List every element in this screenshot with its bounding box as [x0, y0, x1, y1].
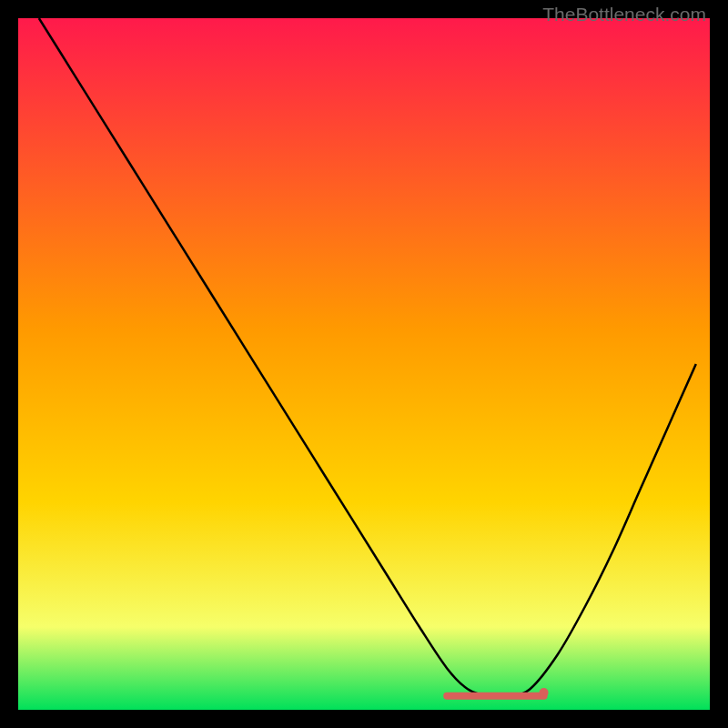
- watermark-text: TheBottleneck.com: [542, 4, 706, 25]
- bottleneck-chart: [18, 18, 710, 710]
- chart-background: [18, 18, 710, 710]
- optimal-point-marker: [540, 688, 549, 697]
